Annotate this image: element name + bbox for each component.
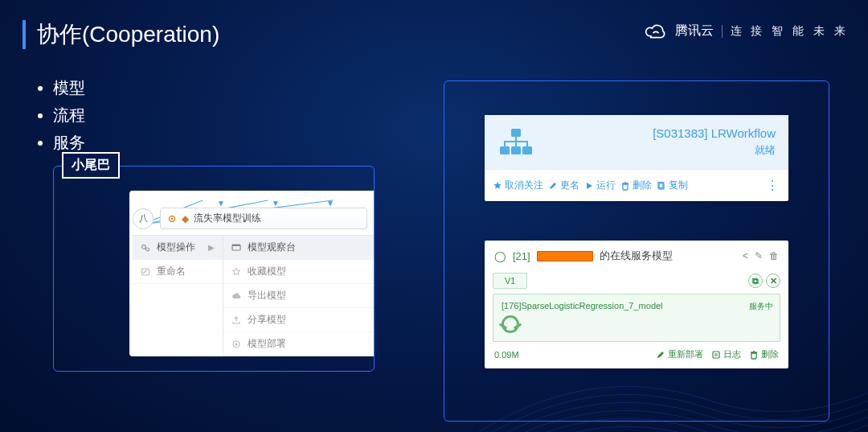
panel-tag: 小尾巴: [62, 152, 120, 179]
cloud-logo-icon: [645, 23, 667, 39]
service-header: ◯ [21] 的在线服务模型 < ✎ 🗑: [485, 241, 788, 271]
close-icon[interactable]: ✕: [766, 274, 780, 288]
svc-action-trash[interactable]: 删除: [749, 348, 779, 360]
ctx-item-share[interactable]: 分享模型: [223, 308, 374, 332]
version-chip[interactable]: V1: [493, 273, 527, 289]
deploy-icon: [231, 339, 241, 349]
arrow-down-icon: [272, 195, 280, 208]
star-icon: [493, 181, 502, 191]
title-text: 协作(Cooperation): [37, 19, 219, 50]
svg-rect-4: [142, 269, 149, 275]
panel-workflow-service: [S031383] LRWorkflow 就绪 取消关注更名运行删除复制⋮ ◯ …: [444, 80, 829, 422]
model-ops-screenshot: 八 ◆ 流失率模型训练 模型操作▶重命名 模型观察台收藏模型导出模型分享模型模型…: [129, 191, 374, 356]
bullet-item: 流程: [53, 101, 85, 129]
svg-rect-12: [522, 146, 532, 154]
chevron-right-icon: ▶: [208, 243, 215, 252]
ctx-item-console[interactable]: 模型观察台: [223, 236, 374, 260]
panel-model-ops: 小尾巴 八 ◆ 流失率模型训练 模型操作▶重命名 模型观察台收藏模型导出模型分享…: [53, 166, 375, 372]
flow-node[interactable]: ◆ 流失率模型训练: [160, 208, 367, 229]
service-title-suffix: 的在线服务模型: [600, 249, 673, 263]
svg-point-1: [171, 217, 174, 220]
bullet-list: 模型 流程 服务: [39, 74, 85, 156]
ctx-item-cloud[interactable]: 导出模型: [223, 284, 374, 308]
brand-block: 腾讯云 连 接 智 能 未 来: [645, 23, 849, 39]
arrow-down-icon: [217, 195, 225, 208]
service-size: 0.09M: [494, 350, 519, 360]
share-icon[interactable]: <: [743, 250, 748, 261]
service-state: 服务中: [749, 301, 773, 312]
workflow-card: [S031383] LRWorkflow 就绪 取消关注更名运行删除复制⋮: [485, 115, 788, 201]
trash-icon: [620, 181, 630, 191]
redacted-name: [537, 251, 593, 261]
delete-icon[interactable]: 🗑: [769, 250, 779, 261]
wf-action-play[interactable]: 运行: [584, 179, 616, 192]
svc-action-pencil[interactable]: 重新部署: [656, 348, 703, 360]
service-footer: 0.09M 重新部署日志删除: [494, 348, 779, 360]
service-model-name: [176]SparseLogisticRegression_7_model: [502, 301, 772, 311]
slide-title: 协作(Cooperation): [23, 19, 219, 50]
svg-rect-11: [511, 146, 521, 154]
svg-point-3: [146, 248, 149, 251]
cloud-icon: [231, 291, 241, 301]
svg-rect-6: [232, 245, 240, 246]
share-icon: [231, 315, 241, 325]
wf-action-copy[interactable]: 复制: [657, 179, 688, 192]
svg-rect-10: [500, 146, 510, 154]
workflow-status: 就绪: [653, 143, 776, 158]
copy-icon[interactable]: ⧉: [748, 274, 763, 288]
flow-arrows: [194, 195, 358, 208]
ctx-item-gears[interactable]: 模型操作▶: [133, 236, 223, 260]
svg-point-8: [235, 343, 238, 345]
flow-node-badge[interactable]: 八: [133, 208, 154, 229]
service-id: [21]: [513, 250, 530, 262]
context-menu: 模型操作▶重命名 模型观察台收藏模型导出模型分享模型模型部署: [133, 235, 374, 356]
wf-action-star[interactable]: 取消关注: [493, 179, 543, 192]
arrow-down-icon: [326, 195, 334, 208]
console-icon: [231, 243, 241, 253]
svg-point-2: [142, 245, 146, 249]
trash-icon: [749, 350, 759, 360]
play-icon: [584, 181, 594, 191]
brand-tagline: 连 接 智 能 未 来: [731, 24, 849, 39]
workflow-tree-icon: [497, 127, 534, 158]
service-card: ◯ [21] 的在线服务模型 < ✎ 🗑 V1 ⧉ ✕ [176]SparseL…: [485, 241, 788, 368]
pencil-icon: [548, 181, 558, 191]
svg-rect-15: [713, 352, 719, 358]
star-icon: [231, 267, 241, 277]
gears-icon: [141, 243, 150, 253]
brand-divider: [722, 25, 723, 38]
pencil-icon: [656, 350, 665, 360]
wf-action-trash[interactable]: 删除: [620, 179, 652, 192]
svg-rect-9: [511, 129, 521, 137]
copy-icon: [657, 181, 666, 191]
title-accent-bar: [23, 20, 26, 49]
wf-action-pencil[interactable]: 更名: [548, 179, 579, 192]
expand-toggle-icon[interactable]: ◯: [494, 250, 506, 262]
log-icon: [711, 350, 721, 360]
workflow-title: [S031383] LRWorkflow: [653, 126, 776, 140]
workflow-actions: 取消关注更名运行删除复制⋮: [485, 169, 788, 201]
flow-node-label: 流失率模型训练: [194, 212, 261, 225]
ctx-item-deploy[interactable]: 模型部署: [223, 332, 374, 356]
ctx-item-star[interactable]: 收藏模型: [223, 260, 374, 284]
more-icon[interactable]: ⋮: [766, 178, 780, 193]
bullet-item: 模型: [53, 74, 85, 101]
gear-icon: [167, 214, 177, 224]
workflow-header: [S031383] LRWorkflow 就绪: [485, 115, 788, 169]
service-ring-icon: [502, 315, 519, 333]
edit-icon[interactable]: ✎: [755, 250, 763, 261]
service-model-row[interactable]: [176]SparseLogisticRegression_7_model 服务…: [493, 294, 780, 342]
brand-name: 腾讯云: [675, 23, 714, 39]
ctx-item-rename[interactable]: 重命名: [133, 260, 223, 284]
svc-action-log[interactable]: 日志: [711, 348, 741, 360]
rename-icon: [141, 267, 150, 277]
